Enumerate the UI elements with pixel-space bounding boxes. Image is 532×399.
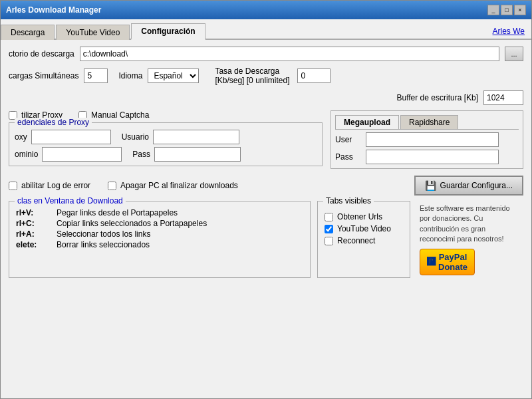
middle-area: tilizar Proxy Manual Captcha edenciales … bbox=[9, 110, 523, 169]
shortcut-key-2: rl+A: bbox=[16, 229, 53, 239]
apagar-label: Apagar PC al finalizar downloads bbox=[120, 181, 238, 190]
shortcut-desc-1: Copiar links seleccionados a Portapapele… bbox=[57, 219, 207, 228]
pass-proxy-group: Pass bbox=[132, 147, 241, 162]
maximize-button[interactable]: □ bbox=[501, 5, 513, 15]
mega-pass-row: Pass bbox=[335, 150, 519, 164]
content-area: ctorio de descarga ... cargas Simultánea… bbox=[1, 40, 531, 398]
tv-youtube-checkbox[interactable] bbox=[325, 225, 333, 233]
proxy-section: tilizar Proxy Manual Captcha edenciales … bbox=[9, 110, 323, 166]
shortcut-key-0: rl+V: bbox=[16, 208, 53, 217]
log-save-row: abilitar Log de error Apagar PC al final… bbox=[9, 176, 523, 196]
pass-proxy-input[interactable] bbox=[154, 147, 241, 162]
tabs-row: Descarga YouTube Video Configuración Arl… bbox=[1, 19, 531, 40]
mega-user-row: User bbox=[335, 132, 519, 147]
tv-youtube-row: YouTube Video bbox=[325, 224, 403, 233]
log-error-label: abilitar Log de error bbox=[21, 181, 90, 190]
tv-reconnect-label: Reconnect bbox=[337, 236, 375, 245]
shortcuts-title: clas en Ventana de Download bbox=[15, 196, 126, 205]
tv-youtube-label: YouTube Video bbox=[337, 224, 391, 233]
manual-captcha-label: Manual Captcha bbox=[91, 110, 149, 120]
shortcut-item-3: elete: Borrar links seleccionados bbox=[16, 240, 303, 249]
save-button[interactable]: 💾 Guardar Configura... bbox=[414, 176, 523, 196]
simultaneas-label: cargas Simultáneas bbox=[9, 71, 78, 80]
shortcut-key-1: rl+C: bbox=[16, 219, 53, 228]
tv-reconnect-checkbox[interactable] bbox=[325, 237, 333, 245]
proxy-credentials-title: edenciales de Proxy bbox=[15, 118, 92, 127]
dominio-group: ominio bbox=[15, 147, 122, 162]
shortcuts-box: clas en Ventana de Download rl+V: Pegar … bbox=[9, 201, 311, 278]
paypal-icon: 🅿 bbox=[427, 257, 436, 267]
paypal-donate-button[interactable]: 🅿 PayPalDonate bbox=[420, 249, 475, 275]
save-icon: 💾 bbox=[425, 180, 436, 191]
apagar-checkbox[interactable] bbox=[108, 182, 116, 190]
shortcut-desc-3: Borrar links seleccionados bbox=[57, 240, 150, 249]
usuario-label: Usuario bbox=[122, 132, 149, 142]
tasa-input[interactable] bbox=[297, 68, 331, 83]
save-label: Guardar Configura... bbox=[440, 181, 513, 190]
megaupload-section: Megaupload Rapidshare User Pass bbox=[331, 110, 523, 169]
shortcut-desc-0: Pegar links desde el Portapapeles bbox=[57, 208, 178, 217]
apagar-row: Apagar PC al finalizar downloads bbox=[108, 181, 238, 190]
dominio-label: ominio bbox=[15, 150, 38, 159]
mega-pass-label: Pass bbox=[335, 152, 362, 162]
title-bar: Arles Download Manager _ □ × bbox=[1, 1, 531, 19]
shortcut-desc-2: Seleccionar todos los links bbox=[57, 229, 150, 239]
minimize-button[interactable]: _ bbox=[487, 5, 499, 15]
window-controls: _ □ × bbox=[487, 5, 526, 15]
tab-descarga[interactable]: Descarga bbox=[1, 25, 55, 40]
dominio-input[interactable] bbox=[42, 147, 122, 162]
tab-rapidshare[interactable]: Rapidshare bbox=[400, 115, 458, 129]
idioma-select[interactable]: Español English Français Deutsch bbox=[148, 68, 199, 83]
proxy-credentials-group: edenciales de Proxy oxy Usuario bbox=[9, 122, 323, 166]
simultaneas-idioma-row: cargas Simultáneas Idioma Español Englis… bbox=[9, 66, 523, 85]
directorio-label: ctorio de descarga bbox=[9, 49, 74, 59]
tab-youtube[interactable]: YouTube Video bbox=[56, 25, 130, 40]
shortcut-item-2: rl+A: Seleccionar todos los links bbox=[16, 229, 303, 239]
shortcut-item-0: rl+V: Pegar links desde el Portapapeles bbox=[16, 208, 303, 217]
tasa-label2: [Kb/seg] [0 unlimited] bbox=[215, 76, 289, 85]
idioma-select-wrapper: Español English Français Deutsch bbox=[148, 68, 199, 83]
tabs-visibles-title: Tabs visibles bbox=[323, 196, 374, 205]
megaupload-panel: Megaupload Rapidshare User Pass bbox=[331, 110, 523, 169]
tv-obtener-row: Obtener Urls bbox=[325, 212, 403, 221]
proxy-ip-input[interactable] bbox=[31, 130, 111, 144]
buffer-row: Buffer de escritura [Kb] bbox=[9, 90, 523, 105]
tab-configuracion[interactable]: Configuración bbox=[131, 23, 205, 40]
mega-pass-input[interactable] bbox=[366, 150, 499, 164]
simultaneas-input[interactable] bbox=[84, 68, 108, 83]
pass-proxy-label: Pass bbox=[132, 150, 150, 159]
idioma-label: Idioma bbox=[118, 71, 142, 80]
tabs-visibles-box: Tabs visibles Obtener Urls YouTube Video… bbox=[317, 201, 410, 278]
tasa-label1: Tasa de Descarga bbox=[215, 66, 289, 76]
tv-obtener-label: Obtener Urls bbox=[337, 212, 382, 221]
paypal-label: PayPalDonate bbox=[438, 252, 467, 272]
usuario-input[interactable] bbox=[153, 130, 239, 144]
donate-box: Este software es mantenido por donacione… bbox=[417, 201, 523, 278]
arles-web-link[interactable]: Arles We bbox=[486, 24, 531, 39]
directorio-input[interactable] bbox=[80, 47, 499, 61]
proxy-ip-label: oxy bbox=[15, 132, 27, 142]
tv-reconnect-row: Reconnect bbox=[325, 236, 403, 245]
mega-user-label: User bbox=[335, 135, 362, 144]
shortcut-item-1: rl+C: Copiar links seleccionados a Porta… bbox=[16, 219, 303, 228]
usuario-group: Usuario bbox=[122, 130, 239, 144]
bottom-section: clas en Ventana de Download rl+V: Pegar … bbox=[9, 201, 523, 278]
proxy-ip-group: oxy bbox=[15, 130, 111, 144]
browse-button[interactable]: ... bbox=[505, 47, 523, 61]
main-window: Arles Download Manager _ □ × Descarga Yo… bbox=[0, 0, 532, 399]
tasa-group: Tasa de Descarga [Kb/seg] [0 unlimited] bbox=[215, 66, 289, 85]
buffer-input[interactable] bbox=[483, 90, 523, 105]
shortcut-key-3: elete: bbox=[16, 240, 53, 249]
mega-user-input[interactable] bbox=[366, 132, 499, 147]
window-title: Arles Download Manager bbox=[6, 5, 101, 15]
donate-text: Este software es mantenido por donacione… bbox=[420, 204, 510, 243]
proxy-fields-row2: ominio Pass bbox=[15, 147, 317, 162]
tv-obtener-checkbox[interactable] bbox=[325, 213, 333, 221]
close-button[interactable]: × bbox=[514, 5, 526, 15]
service-tabs: Megaupload Rapidshare bbox=[335, 115, 519, 130]
tab-megaupload[interactable]: Megaupload bbox=[335, 115, 399, 129]
log-error-checkbox[interactable] bbox=[9, 182, 17, 190]
directorio-row: ctorio de descarga ... bbox=[9, 47, 523, 61]
log-error-row: abilitar Log de error bbox=[9, 181, 90, 190]
proxy-fields-row1: oxy Usuario bbox=[15, 130, 317, 144]
